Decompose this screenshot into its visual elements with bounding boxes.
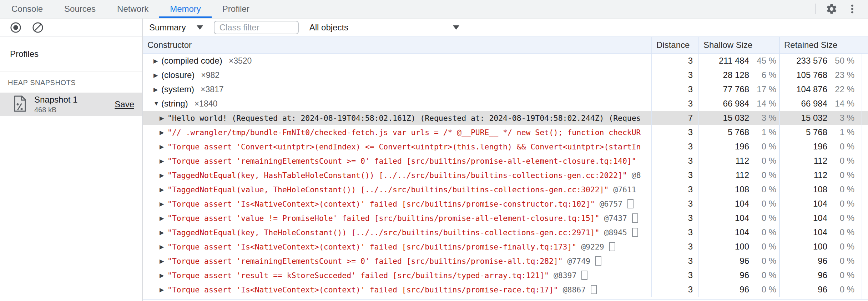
tab-profiler[interactable]: Profiler	[212, 0, 260, 18]
size-percent: 22 %	[827, 84, 854, 94]
size-value: 66 984	[699, 99, 749, 109]
disclosure-collapsed-icon[interactable]: ▶	[160, 172, 167, 179]
table-row[interactable]: ▶"TaggedNotEqual(key, HashTableHoleConst…	[143, 168, 868, 182]
perspective-select[interactable]: Summary	[149, 23, 203, 33]
table-row[interactable]: ▶(closure)×982328 1286 %105 76823 %	[143, 68, 868, 82]
distance-cell: 3	[651, 254, 698, 268]
objects-scope-select[interactable]: All objects	[309, 23, 459, 33]
size-percent: 6 %	[749, 70, 776, 80]
class-filter-input[interactable]	[214, 21, 299, 34]
tab-memory[interactable]: Memory	[159, 0, 212, 18]
constructor-cell: ▶"TaggedNotEqual(value, TheHoleConstant(…	[143, 182, 651, 197]
column-header-shallow-size[interactable]: Shallow Size	[698, 37, 779, 53]
string-value: "Torque assert 'Convert<uintptr>(endInde…	[167, 142, 641, 151]
tab-network[interactable]: Network	[106, 0, 159, 18]
table-row[interactable]: ▶"Torque assert 'Is<NativeContext>(conte…	[143, 282, 868, 297]
object-id: @7749	[567, 257, 590, 266]
constructor-cell: ▶(compiled code)×3520	[143, 54, 651, 68]
instance-count: ×3520	[229, 56, 252, 66]
object-id: @8945	[604, 228, 627, 237]
save-snapshot-link[interactable]: Save	[115, 99, 134, 109]
missing-glyph-box	[632, 228, 638, 237]
table-row[interactable]: ▶"Torque assert 'Convert<uintptr>(endInd…	[143, 139, 868, 154]
disclosure-collapsed-icon[interactable]: ▶	[160, 143, 167, 150]
snapshot-list-item[interactable]: Snapshot 1 468 kB Save	[0, 93, 142, 116]
table-row[interactable]: ▶(system)×3817377 76817 %104 87622 %	[143, 82, 868, 97]
size-value: 112	[699, 156, 749, 166]
constructor-group-name: (string)	[161, 99, 188, 109]
objects-scope-value: All objects	[309, 23, 348, 33]
size-percent: 3 %	[827, 113, 854, 123]
chevron-down-icon	[453, 25, 459, 30]
table-row[interactable]: ▶"Torque assert 'result == kStoreSuccede…	[143, 268, 868, 282]
disclosure-collapsed-icon[interactable]: ▶	[160, 158, 167, 164]
table-row[interactable]: ▶"Torque assert 'remainingElementsCount …	[143, 254, 868, 268]
shallow-size-cell: 1080 %	[698, 182, 779, 197]
size-percent: 50 %	[827, 56, 854, 66]
tab-console[interactable]: Console	[1, 0, 54, 18]
disclosure-collapsed-icon[interactable]: ▶	[160, 201, 167, 207]
column-header-retained-size[interactable]: Retained Size	[779, 37, 868, 53]
shallow-size-cell: 960 %	[698, 254, 779, 268]
tabbar-right-controls	[815, 0, 868, 18]
heap-snapshot-grid: ConstructorDistanceShallow SizeRetained …	[143, 37, 868, 300]
disclosure-collapsed-icon[interactable]: ▶	[160, 272, 167, 279]
size-value: 104	[699, 199, 749, 209]
retained-size-cell: 1960 %	[779, 139, 868, 154]
instance-count: ×982	[201, 70, 219, 80]
toolbar-divider	[815, 4, 816, 14]
size-value: 112	[780, 156, 827, 166]
shallow-size-cell: 1040 %	[698, 225, 779, 240]
size-value: 104	[699, 213, 749, 223]
gear-icon[interactable]	[825, 3, 838, 15]
disclosure-collapsed-icon[interactable]: ▶	[160, 258, 167, 265]
size-value: 96	[699, 285, 749, 295]
disclosure-collapsed-icon[interactable]: ▶	[160, 129, 167, 136]
size-value: 100	[780, 242, 827, 252]
table-row[interactable]: ▶"Torque assert 'Is<NativeContext>(conte…	[143, 240, 868, 254]
constructor-cell: ▶"Torque assert 'Is<NativeContext>(conte…	[143, 197, 651, 211]
table-row[interactable]: ▶"Torque assert 'Is<NativeContext>(conte…	[143, 197, 868, 211]
constructor-cell: ▶"Torque assert 'Convert<uintptr>(endInd…	[143, 139, 651, 154]
string-value: "Torque assert 'result == kStoreSucceded…	[167, 271, 549, 280]
disclosure-expanded-icon[interactable]: ▼	[153, 100, 161, 107]
table-row[interactable]: ▶(compiled code)×35203211 48445 %233 576…	[143, 54, 868, 68]
size-percent: 23 %	[827, 70, 854, 80]
table-row[interactable]: ▶"Torque assert 'remainingElementsCount …	[143, 154, 868, 168]
object-id: @6757	[600, 199, 622, 208]
table-row[interactable]: ▼(string)×1840366 98414 %66 98414 %	[143, 97, 868, 111]
table-row[interactable]: ▶"TaggedNotEqual(key, TheHoleConstant())…	[143, 225, 868, 240]
disclosure-collapsed-icon[interactable]: ▶	[160, 186, 167, 193]
disclosure-collapsed-icon[interactable]: ▶	[160, 243, 167, 250]
size-value: 112	[699, 170, 749, 180]
disclosure-collapsed-icon[interactable]: ▶	[160, 286, 167, 293]
disclosure-collapsed-icon[interactable]: ▶	[160, 229, 167, 236]
size-percent: 3 %	[749, 113, 776, 123]
disclosure-collapsed-icon[interactable]: ▶	[153, 72, 161, 79]
disclosure-collapsed-icon[interactable]: ▶	[160, 115, 167, 122]
column-header-constructor[interactable]: Constructor	[143, 37, 651, 53]
table-row[interactable]: ▶"// .wrangler/tmp/bundle-FmNIt0/checked…	[143, 125, 868, 139]
table-row[interactable]: ▶"Torque assert 'value != PromiseHole' f…	[143, 211, 868, 225]
disclosure-collapsed-icon[interactable]: ▶	[160, 215, 167, 222]
shallow-size-cell: 211 48445 %	[698, 54, 779, 68]
shallow-size-cell: 1000 %	[698, 240, 779, 254]
shallow-size-cell: 1120 %	[698, 168, 779, 182]
table-row[interactable]: ▶"Hello world! (Requested at: 2024-08-19…	[143, 111, 868, 125]
disclosure-collapsed-icon[interactable]: ▶	[153, 58, 161, 64]
disclosure-collapsed-icon[interactable]: ▶	[153, 86, 161, 93]
string-value: "TaggedNotEqual(value, TheHoleConstant()…	[167, 185, 609, 194]
missing-glyph-box	[627, 199, 634, 208]
record-heap-snapshot-icon[interactable]	[9, 21, 22, 34]
table-row[interactable]: ▶"TaggedNotEqual(value, TheHoleConstant(…	[143, 182, 868, 197]
kebab-menu-icon[interactable]	[846, 3, 859, 15]
retained-size-cell: 5 7681 %	[779, 125, 868, 139]
snapshot-info: Snapshot 1 468 kB	[34, 95, 77, 113]
size-value: 211 484	[699, 56, 749, 66]
tab-sources[interactable]: Sources	[54, 0, 106, 18]
clear-profiles-icon[interactable]	[31, 21, 44, 34]
size-percent: 0 %	[827, 213, 854, 223]
distance-cell: 3	[651, 282, 698, 297]
column-header-distance[interactable]: Distance	[651, 37, 698, 53]
string-value: "Hello world! (Requested at: 2024-08-19T…	[167, 114, 641, 123]
